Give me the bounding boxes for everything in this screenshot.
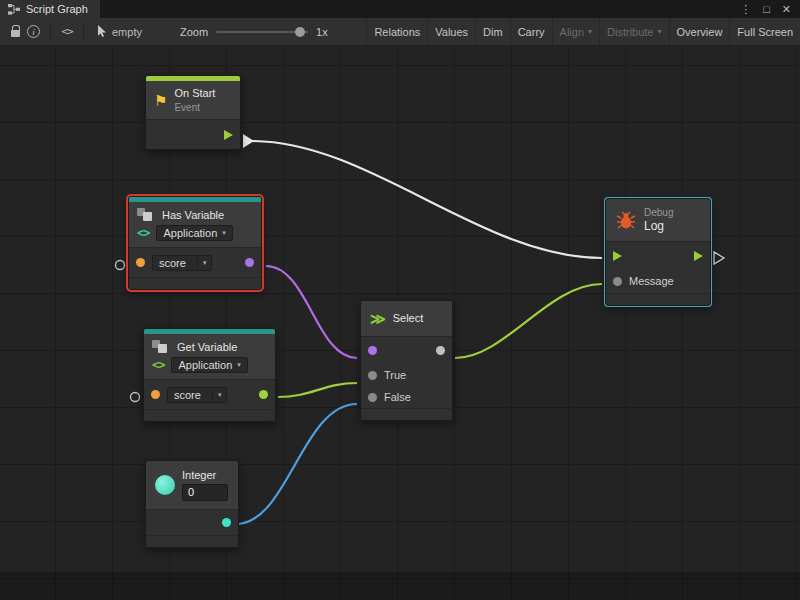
- flow-in-port[interactable]: [613, 251, 622, 261]
- variables-stack-icon: [152, 340, 170, 354]
- false-port-label: False: [384, 391, 411, 403]
- tab-title: Script Graph: [26, 3, 88, 15]
- lock-button[interactable]: [6, 18, 24, 45]
- info-button[interactable]: i: [24, 18, 43, 45]
- node-subtitle: Event: [174, 102, 215, 113]
- edge-on-start-to-debug-log[interactable]: [252, 141, 602, 258]
- select-icon: ≫: [370, 311, 386, 326]
- message-in-port[interactable]: [613, 277, 622, 286]
- canvas-bottom-shade: [0, 572, 800, 600]
- window-maximize-button[interactable]: □: [763, 3, 770, 15]
- window-menu-button[interactable]: ⋮: [740, 3, 751, 16]
- zoom-value: 1x: [316, 26, 328, 38]
- edge-get-variable-to-select-true[interactable]: [278, 383, 357, 397]
- false-in-port[interactable]: [368, 393, 377, 402]
- integer-value-field[interactable]: 0: [182, 484, 228, 501]
- true-in-port[interactable]: [368, 371, 377, 380]
- scope-dropdown[interactable]: Application ▾: [156, 225, 232, 241]
- bug-icon: [615, 211, 637, 230]
- tab-script-graph[interactable]: Script Graph: [0, 0, 100, 18]
- node-title: On Start: [174, 87, 215, 100]
- condition-in-port[interactable]: [368, 346, 377, 355]
- value-out-port[interactable]: [222, 518, 231, 527]
- node-get-variable[interactable]: Get Variable <> Application ▾ score ▾: [143, 328, 276, 422]
- lock-icon: [11, 30, 20, 37]
- variable-name-dropdown[interactable]: score ▾: [152, 255, 212, 271]
- edge-select-to-debug-log-message[interactable]: [455, 284, 602, 358]
- toolbar-divider: [83, 24, 84, 40]
- get-variable-object-port[interactable]: [131, 393, 140, 402]
- node-debug-log[interactable]: Debug Log Message: [605, 198, 711, 306]
- name-in-port[interactable]: [151, 390, 160, 399]
- node-title: Integer: [182, 469, 228, 482]
- toolbar-divider: [50, 24, 51, 40]
- chevron-down-icon: ▾: [222, 229, 226, 237]
- window-controls: ⋮ □ ✕: [740, 0, 800, 18]
- node-title: Log: [644, 220, 673, 233]
- angle-brackets-button[interactable]: <>: [58, 18, 76, 45]
- angle-brackets-icon: <>: [61, 25, 72, 38]
- chevron-down-icon: ▾: [197, 258, 212, 268]
- name-in-port[interactable]: [136, 258, 145, 267]
- variables-stack-icon: [137, 208, 155, 222]
- node-title: Get Variable: [177, 341, 237, 354]
- toolbar-buttons: Relations Values Dim Carry Align▾ Distri…: [366, 18, 800, 45]
- node-title: Has Variable: [162, 209, 224, 222]
- variable-name-dropdown[interactable]: score ▾: [167, 387, 227, 403]
- full-screen-button[interactable]: Full Screen: [729, 18, 800, 45]
- graph-canvas[interactable]: ⚑ On Start Event Has Variable <> Applica…: [0, 46, 800, 600]
- zoom-control: Zoom 1x: [180, 26, 328, 38]
- overview-button[interactable]: Overview: [669, 18, 730, 45]
- title-bar: Script Graph ⋮ □ ✕: [0, 0, 800, 18]
- variable-brackets-icon: <>: [137, 226, 149, 240]
- message-port-label: Message: [629, 275, 674, 287]
- info-icon: i: [27, 25, 40, 38]
- graph-toolbar: i <> empty Zoom 1x Relations Values Dim …: [0, 18, 800, 46]
- result-out-port[interactable]: [436, 346, 445, 355]
- node-title: Select: [393, 312, 424, 325]
- debug-log-flow-out-port[interactable]: [714, 252, 724, 264]
- window-close-button[interactable]: ✕: [782, 3, 791, 16]
- edge-integer-to-select-false[interactable]: [236, 404, 357, 524]
- value-out-port[interactable]: [259, 390, 268, 399]
- distribute-button[interactable]: Distribute▾: [599, 18, 668, 45]
- scope-dropdown[interactable]: Application ▾: [171, 357, 247, 373]
- align-button[interactable]: Align▾: [552, 18, 599, 45]
- node-has-variable[interactable]: Has Variable <> Application ▾ score ▾: [128, 196, 262, 290]
- flow-out-port[interactable]: [694, 251, 703, 261]
- node-category: Debug: [644, 207, 673, 218]
- relations-button[interactable]: Relations: [366, 18, 427, 45]
- chevron-down-icon: ▾: [237, 361, 241, 369]
- values-button[interactable]: Values: [427, 18, 475, 45]
- node-on-start[interactable]: ⚑ On Start Event: [145, 75, 241, 150]
- zoom-slider-knob[interactable]: [295, 27, 305, 37]
- zoom-label: Zoom: [180, 26, 208, 38]
- node-select[interactable]: ≫ Select True False: [360, 300, 453, 421]
- chevron-down-icon: ▾: [658, 27, 662, 36]
- chevron-down-icon: ▾: [212, 390, 227, 400]
- dim-button[interactable]: Dim: [475, 18, 510, 45]
- result-out-port[interactable]: [245, 258, 254, 267]
- flag-icon: ⚑: [154, 93, 167, 108]
- node-integer[interactable]: Integer 0: [145, 460, 239, 548]
- variable-brackets-icon: <>: [152, 358, 164, 372]
- zoom-slider[interactable]: [216, 31, 308, 33]
- edge-has-variable-to-select[interactable]: [266, 266, 357, 358]
- cursor-icon: [97, 25, 107, 38]
- flow-arrowhead: [243, 134, 254, 148]
- chevron-down-icon: ▾: [588, 27, 592, 36]
- flow-out-port[interactable]: [224, 130, 233, 140]
- carry-button[interactable]: Carry: [510, 18, 552, 45]
- true-port-label: True: [384, 369, 406, 381]
- graph-icon: [8, 4, 20, 15]
- selection-label: empty: [112, 26, 142, 38]
- selection-info: empty: [97, 25, 142, 38]
- script-graph-window: Script Graph ⋮ □ ✕ i <> empty Zoom 1x Re…: [0, 0, 800, 600]
- has-variable-object-port[interactable]: [116, 261, 125, 270]
- integer-icon: [155, 475, 175, 495]
